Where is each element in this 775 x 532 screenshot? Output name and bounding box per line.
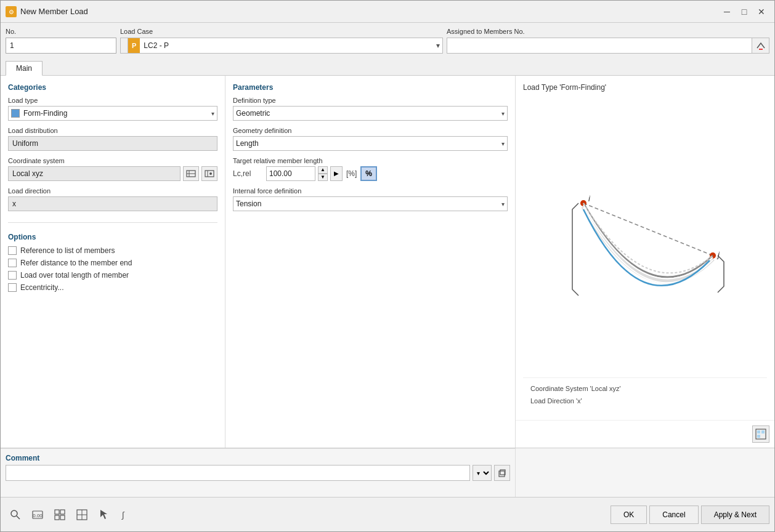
checkbox-1[interactable]: [8, 259, 17, 267]
comment-right-spacer: [516, 448, 774, 497]
load-type-label: Load type: [8, 97, 217, 104]
formula-tool-button[interactable]: ∫: [116, 505, 136, 525]
comment-input[interactable]: [6, 465, 470, 481]
load-distribution-label: Load distribution: [8, 127, 217, 134]
no-input[interactable]: 1: [6, 38, 116, 54]
svg-rect-28: [55, 515, 59, 520]
assigned-input-row: [447, 38, 769, 54]
preview-title: Load Type 'Form-Finding': [523, 83, 767, 92]
checkbox-row-0: Reference to list of members: [8, 246, 217, 255]
coord-btn-1[interactable]: [183, 166, 199, 181]
geometry-def-label: Geometry definition: [233, 127, 508, 134]
options-title: Options: [8, 233, 217, 241]
svg-rect-27: [60, 510, 65, 514]
definition-type-value: Geometric: [236, 109, 270, 118]
geometry-def-select[interactable]: Length ▾: [233, 136, 508, 151]
target-length-label: Target relative member length: [233, 157, 508, 164]
coord-line-2: Load Direction 'x': [530, 395, 760, 408]
checkbox-label-1: Refer distance to the member end: [20, 259, 132, 267]
lc-text: LC2 - P: [140, 41, 434, 50]
search-tool-button[interactable]: [6, 505, 25, 525]
number-tool-button[interactable]: 0.00: [28, 505, 47, 525]
load-case-input[interactable]: P LC2 - P ▾: [120, 38, 443, 54]
svg-text:⚙: ⚙: [9, 9, 14, 15]
svg-line-23: [17, 516, 20, 519]
lc-rel-value[interactable]: 100.00: [266, 166, 315, 181]
lc-color-strip: [121, 38, 128, 53]
no-label: No.: [6, 28, 116, 35]
comment-left: Comment ▾: [6, 454, 510, 493]
coord-line-1: Coordinate System 'Local xyz': [530, 383, 760, 395]
coord-btn-2[interactable]: [201, 166, 217, 181]
load-direction-row: Load direction x: [8, 187, 217, 211]
checkbox-row-2: Load over total length of member: [8, 271, 217, 280]
stepper-up[interactable]: ▲: [318, 166, 328, 174]
definition-type-select[interactable]: Geometric ▾: [233, 106, 508, 121]
cancel-button[interactable]: Cancel: [649, 506, 698, 524]
maximize-button[interactable]: □: [736, 5, 752, 18]
load-type-select[interactable]: Form-Finding ▾: [8, 106, 217, 121]
lc-rel-stepper: ▲ ▼: [318, 166, 328, 181]
main-content: Categories Load type Form-Finding ▾ Load…: [1, 76, 774, 448]
svg-rect-19: [757, 435, 760, 438]
load-direction-value: x: [8, 196, 217, 211]
internal-force-label: Internal force definition: [233, 187, 508, 195]
svg-text:∫: ∫: [121, 510, 125, 520]
checkbox-0[interactable]: [8, 246, 17, 255]
svg-text:0.00: 0.00: [33, 513, 43, 518]
apply-next-button[interactable]: Apply & Next: [701, 506, 769, 524]
load-type-color: [11, 109, 20, 118]
load-distribution-value: Uniform: [12, 139, 38, 148]
tab-main[interactable]: Main: [6, 61, 43, 76]
ok-button[interactable]: OK: [611, 506, 647, 524]
checkbox-3[interactable]: [8, 283, 17, 292]
load-distribution-row: Load distribution Uniform: [8, 127, 217, 151]
load-type-value: Form-Finding: [23, 109, 67, 118]
stepper-right[interactable]: ▶: [330, 166, 343, 181]
svg-rect-18: [761, 430, 765, 433]
coord-system-label: Coordinate system: [8, 157, 217, 164]
view-tool-button[interactable]: [72, 505, 92, 525]
preview-canvas: i j: [523, 97, 767, 377]
lc-rel-input-row: Lc,rel 100.00 ▲ ▼ ▶ [%] %: [233, 166, 508, 181]
stepper-down[interactable]: ▼: [318, 174, 328, 181]
comment-copy-button[interactable]: [494, 465, 510, 481]
load-type-arrow: ▾: [211, 110, 214, 117]
title-buttons: ─ □ ✕: [719, 5, 769, 18]
preview-export-button[interactable]: [752, 425, 769, 443]
svg-rect-17: [757, 430, 760, 433]
parameters-title: Parameters: [233, 83, 508, 92]
comment-label: Comment: [6, 454, 510, 462]
comment-dropdown[interactable]: ▾: [473, 465, 492, 481]
lc-rel-label: Lc,rel: [233, 169, 264, 178]
left-panel: Categories Load type Form-Finding ▾ Load…: [1, 76, 225, 448]
geometry-def-row: Geometry definition Length ▾: [233, 127, 508, 151]
bottom-toolbar: 0.00 ∫ OK Cancel Apply & Next: [1, 497, 774, 531]
internal-force-select[interactable]: Tension ▾: [233, 196, 508, 211]
preview-area: Load Type 'Form-Finding' i: [516, 76, 774, 420]
svg-rect-29: [60, 515, 65, 520]
pct-button[interactable]: %: [360, 166, 377, 181]
assigned-pick-button[interactable]: [752, 38, 769, 53]
checkbox-2[interactable]: [8, 271, 17, 280]
window-title: New Member Load: [20, 7, 715, 16]
close-button[interactable]: ✕: [753, 5, 769, 18]
lc-dropdown-arrow[interactable]: ▾: [434, 41, 442, 50]
geometry-def-arrow: ▾: [501, 140, 505, 147]
parameters-panel: Parameters Definition type Geometric ▾ G…: [225, 76, 516, 448]
comment-bar: Comment ▾: [1, 448, 774, 497]
comment-input-row: ▾: [6, 465, 510, 481]
checkbox-label-0: Reference to list of members: [20, 246, 115, 255]
load-case-label: Load Case: [120, 28, 443, 35]
assigned-field-group: Assigned to Members No.: [447, 28, 769, 54]
tab-bar: Main: [1, 58, 774, 76]
cursor-tool-button[interactable]: [94, 505, 114, 525]
load-distribution-input: Uniform: [8, 136, 217, 151]
assigned-input[interactable]: [447, 38, 752, 53]
assigned-label: Assigned to Members No.: [447, 28, 769, 35]
definition-type-row: Definition type Geometric ▾: [233, 97, 508, 121]
svg-rect-8: [546, 169, 744, 305]
grid-tool-button[interactable]: [50, 505, 70, 525]
minimize-button[interactable]: ─: [719, 5, 735, 18]
geometry-def-value: Length: [236, 139, 259, 148]
